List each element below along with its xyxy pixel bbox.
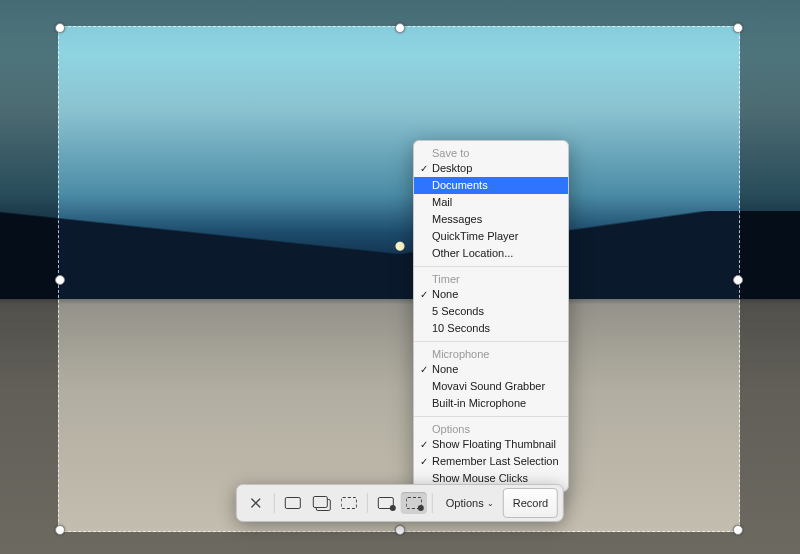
menu-item[interactable]: Mail <box>414 194 568 211</box>
options-popover: Save to✓DesktopDocumentsMailMessagesQuic… <box>413 140 569 492</box>
menu-item[interactable]: ✓None <box>414 286 568 303</box>
menu-item-label: QuickTime Player <box>432 229 518 244</box>
selection-handle-se[interactable] <box>733 525 743 535</box>
options-button[interactable]: Options ⌄ <box>437 489 503 517</box>
menu-item-label: 10 Seconds <box>432 321 490 336</box>
menu-item-label: Other Location... <box>432 246 513 261</box>
selection-handle-w[interactable] <box>55 275 65 285</box>
capture-dim-bottom <box>0 532 800 554</box>
menu-item-label: Desktop <box>432 161 472 176</box>
menu-item[interactable]: ✓Remember Last Selection <box>414 453 568 470</box>
menu-item-label: None <box>432 362 458 377</box>
record-entire-screen-button[interactable] <box>373 492 399 514</box>
record-selected-portion-button[interactable] <box>401 492 427 514</box>
menu-item[interactable]: ✓Desktop <box>414 160 568 177</box>
options-button-label: Options <box>446 497 484 509</box>
menu-item-label: Mail <box>432 195 452 210</box>
selection-handle-n[interactable] <box>395 23 405 33</box>
record-selection-icon <box>406 497 422 509</box>
menu-item-label: Built-in Microphone <box>432 396 526 411</box>
menu-section-title-save_to: Save to <box>414 145 568 160</box>
menu-item[interactable]: Movavi Sound Grabber <box>414 378 568 395</box>
check-icon: ✓ <box>419 161 429 176</box>
menu-item[interactable]: ✓None <box>414 361 568 378</box>
menu-section-title-microphone: Microphone <box>414 346 568 361</box>
record-button[interactable]: Record <box>503 488 558 518</box>
record-screen-icon <box>378 497 394 509</box>
menu-item-label: Remember Last Selection <box>432 454 559 469</box>
close-button[interactable] <box>243 492 269 514</box>
toolbar-separator <box>367 493 368 513</box>
menu-section-title-options: Options <box>414 421 568 436</box>
capture-selected-portion-button[interactable] <box>336 492 362 514</box>
check-icon: ✓ <box>419 454 429 469</box>
menu-item-label: 5 Seconds <box>432 304 484 319</box>
selection-handle-s[interactable] <box>395 525 405 535</box>
menu-separator <box>414 341 568 342</box>
capture-entire-screen-button[interactable] <box>280 492 306 514</box>
window-icon <box>312 496 330 510</box>
menu-item[interactable]: 10 Seconds <box>414 320 568 337</box>
menu-item-label: Documents <box>432 178 488 193</box>
chevron-down-icon: ⌄ <box>487 499 494 508</box>
menu-separator <box>414 266 568 267</box>
toolbar-separator <box>432 493 433 513</box>
capture-selection[interactable] <box>58 26 740 532</box>
screen-icon <box>285 497 301 509</box>
selection-handle-nw[interactable] <box>55 23 65 33</box>
menu-item[interactable]: Built-in Microphone <box>414 395 568 412</box>
menu-item-label: None <box>432 287 458 302</box>
selection-handle-e[interactable] <box>733 275 743 285</box>
capture-dim-right <box>740 26 800 532</box>
menu-section-title-timer: Timer <box>414 271 568 286</box>
selection-icon <box>341 497 357 509</box>
menu-item-label: Movavi Sound Grabber <box>432 379 545 394</box>
check-icon: ✓ <box>419 437 429 452</box>
menu-item-label: Messages <box>432 212 482 227</box>
close-icon <box>251 498 261 508</box>
menu-item[interactable]: Documents <box>414 177 568 194</box>
screenshot-toolbar: Options ⌄ Record <box>236 484 564 522</box>
menu-item[interactable]: Messages <box>414 211 568 228</box>
record-button-label: Record <box>513 497 548 509</box>
menu-separator <box>414 416 568 417</box>
menu-item-label: Show Floating Thumbnail <box>432 437 556 452</box>
selection-handle-sw[interactable] <box>55 525 65 535</box>
check-icon: ✓ <box>419 362 429 377</box>
capture-selected-window-button[interactable] <box>308 492 334 514</box>
menu-item[interactable]: ✓Show Floating Thumbnail <box>414 436 568 453</box>
menu-item[interactable]: Other Location... <box>414 245 568 262</box>
menu-item[interactable]: QuickTime Player <box>414 228 568 245</box>
check-icon: ✓ <box>419 287 429 302</box>
toolbar-separator <box>274 493 275 513</box>
capture-dim-left <box>0 26 58 532</box>
menu-item[interactable]: 5 Seconds <box>414 303 568 320</box>
selection-handle-ne[interactable] <box>733 23 743 33</box>
